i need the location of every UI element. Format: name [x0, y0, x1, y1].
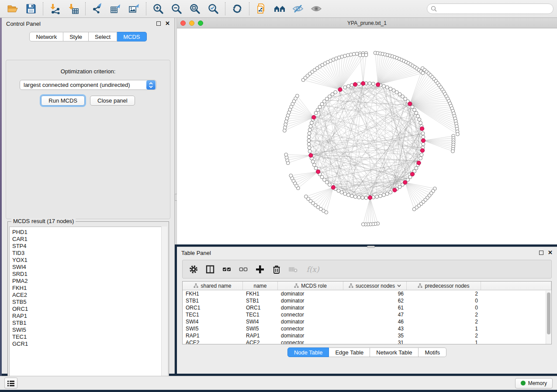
mcds-result-item[interactable]: SWI4 [12, 264, 167, 271]
close-table-panel-icon[interactable]: ✕ [548, 251, 553, 255]
zoom-selected-icon [208, 3, 219, 14]
export-image-icon [128, 3, 140, 14]
table-cell: 1 [407, 339, 481, 344]
save-session-button[interactable] [22, 1, 40, 16]
mcds-result-item[interactable]: YOX1 [12, 257, 167, 264]
table-row[interactable]: STB1STB1dominator620 [183, 297, 551, 304]
apply-layout-button[interactable] [228, 1, 246, 16]
table-tab-network-table[interactable]: Network Table [370, 347, 419, 357]
network-canvas[interactable] [177, 28, 557, 244]
mcds-result-item[interactable]: STB1 [12, 320, 167, 327]
mcds-result-item[interactable]: PMA2 [12, 278, 167, 285]
column-header-filler [481, 282, 551, 290]
tab-style[interactable]: Style [63, 32, 89, 41]
table-options-button[interactable] [187, 262, 200, 276]
first-neighbors-button[interactable] [270, 1, 289, 16]
zoom-in-button[interactable] [149, 1, 167, 16]
network-window: YPA_prune.txt_1 [177, 18, 557, 244]
mcds-result-item[interactable]: TID3 [12, 250, 167, 257]
export-table-icon [110, 3, 121, 14]
table-tab-motifs[interactable]: Motifs [419, 347, 446, 357]
close-mcds-panel-button[interactable]: Close panel [90, 96, 135, 106]
mcds-result-item[interactable]: GCR1 [12, 340, 167, 347]
table-tab-edge-table[interactable]: Edge Table [329, 347, 370, 357]
zoom-selected-button[interactable] [204, 1, 222, 16]
mcds-result-item[interactable]: PHD1 [12, 229, 167, 236]
clone-network-button[interactable] [252, 1, 270, 16]
export-image-button[interactable] [125, 1, 143, 16]
close-panel-icon[interactable]: ✕ [165, 21, 170, 26]
mcds-result-item[interactable]: TEC1 [12, 334, 167, 340]
table-row[interactable]: FKH1FKH1dominator962 [183, 290, 551, 297]
table-scrollbar[interactable] [546, 291, 551, 344]
mcds-result-item[interactable]: CAR1 [12, 236, 167, 243]
export-table-button[interactable] [107, 1, 125, 16]
chord-edges [311, 85, 422, 196]
mcds-result-list[interactable]: PHD1CAR1STP4TID3YOX1SWI4SRD1PMA2FKH1ACE2… [9, 227, 167, 382]
clear-selection-button[interactable] [237, 262, 250, 276]
mcds-result-item[interactable]: STP4 [12, 243, 167, 250]
mcds-result-item[interactable]: SRD1 [12, 271, 167, 278]
network-graph[interactable] [177, 28, 557, 244]
column-header-predecessor-nodes[interactable]: predecessor nodes [407, 282, 481, 290]
table-cell: 62 [343, 297, 407, 304]
memory-button[interactable]: Memory [515, 378, 553, 389]
table-row[interactable]: ACE2ACE2connector311 [183, 339, 551, 344]
table-cell: 2 [407, 318, 481, 325]
import-table-button[interactable] [64, 1, 83, 16]
apply-function-button[interactable]: f(x) [303, 262, 322, 276]
plus-icon [255, 265, 265, 274]
mcds-result-item[interactable]: ORC1 [12, 306, 167, 313]
table-cell: STB1 [243, 297, 278, 304]
show-columns-button[interactable] [204, 262, 217, 276]
optimization-criterion-label: Optimization criterion: [6, 68, 170, 75]
hide-selected-button[interactable] [289, 1, 307, 16]
import-network-button[interactable] [46, 1, 64, 16]
table-cell: dominator [278, 304, 343, 311]
zoom-fit-button[interactable] [186, 1, 204, 16]
mcds-result-item[interactable]: RAP1 [12, 313, 167, 320]
mcds-result-item[interactable]: SWI5 [12, 327, 167, 334]
column-header-name[interactable]: name [243, 282, 278, 290]
first-neighbors-icon [274, 3, 285, 14]
table-scrollbar-thumb[interactable] [547, 292, 550, 334]
tab-mcds[interactable]: MCDS [117, 32, 146, 41]
delete-columns-button[interactable] [270, 262, 283, 276]
table-row[interactable]: TEC1TEC1connector472 [183, 311, 551, 318]
zoom-out-button[interactable] [167, 1, 186, 16]
toolbar-separator [43, 2, 43, 15]
open-file-button[interactable] [3, 1, 22, 16]
search-input[interactable] [439, 6, 550, 12]
table-tab-node-table[interactable]: Node Table [287, 347, 329, 357]
float-panel-icon[interactable] [156, 21, 161, 26]
delete-table-button[interactable] [287, 262, 300, 276]
float-table-panel-icon[interactable] [539, 251, 543, 255]
table-header-row: shared namenameMCDS rolesuccessor nodesp… [183, 282, 551, 290]
select-all-rows-button[interactable] [220, 262, 233, 276]
column-header-shared-name[interactable]: shared name [183, 282, 243, 290]
search-icon [431, 6, 437, 12]
mcds-list-scrollbar[interactable] [161, 227, 167, 382]
zoom-out-icon [171, 3, 182, 14]
show-all-button[interactable] [307, 1, 325, 16]
mcds-result-item[interactable]: ACE2 [12, 292, 167, 299]
export-network-button[interactable] [88, 1, 107, 16]
tab-network[interactable]: Network [29, 32, 63, 41]
status-bar: Memory [0, 376, 557, 390]
table-cell: 31 [343, 339, 407, 344]
table-row[interactable]: RAP1RAP1dominator352 [183, 332, 551, 339]
column-header-successor-nodes[interactable]: successor nodes [343, 282, 407, 290]
table-panel: Table Panel ✕ f(x) shared namenameMCDS r… [177, 247, 557, 374]
mcds-result-item[interactable]: FKH1 [12, 285, 167, 292]
column-header-MCDS-role[interactable]: MCDS role [278, 282, 343, 290]
criterion-dropdown[interactable]: largest connected component (undirected) [20, 80, 156, 90]
table-row[interactable]: ORC1ORC1dominator610 [183, 304, 551, 311]
table-row[interactable]: SWI4SWI4dominator462 [183, 318, 551, 325]
table-row[interactable]: SWI5SWI5connector431 [183, 325, 551, 332]
tab-select[interactable]: Select [89, 32, 117, 41]
mcds-result-item[interactable]: STB5 [12, 299, 167, 306]
task-history-button[interactable] [4, 378, 17, 389]
run-mcds-button[interactable]: Run MCDS [41, 96, 85, 106]
create-column-button[interactable] [253, 262, 266, 276]
horizontal-splitter-grip[interactable] [367, 246, 375, 248]
